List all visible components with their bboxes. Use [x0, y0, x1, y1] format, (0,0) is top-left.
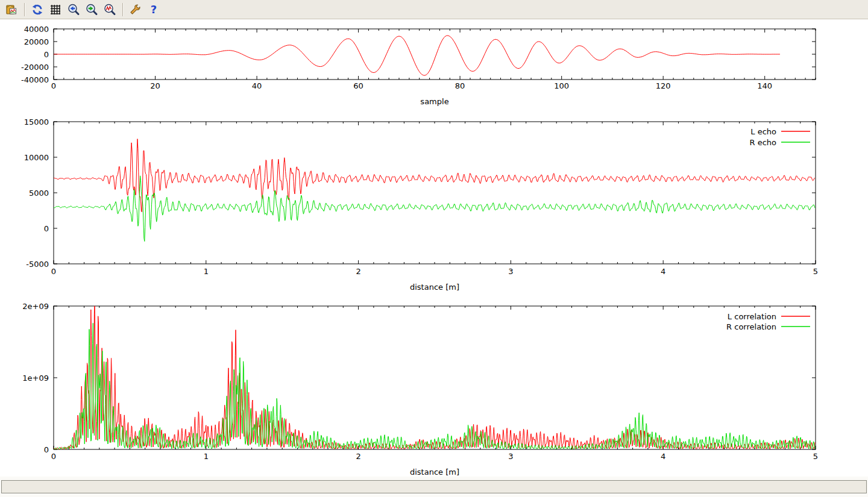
- zoom-autoscale-icon: [103, 3, 116, 16]
- help-button[interactable]: ?: [145, 1, 162, 18]
- refresh-icon: [31, 3, 44, 16]
- y-tick-label: 10000: [24, 153, 49, 162]
- x-tick-label: 60: [353, 81, 363, 90]
- plots-svg[interactable]: 020406080100120140-40000-200000200004000…: [0, 19, 868, 477]
- y-tick-label: -20000: [21, 63, 49, 72]
- copy-plot-icon: [5, 3, 18, 16]
- series-pulse: [54, 36, 780, 75]
- x-tick-label: 2: [356, 267, 360, 276]
- status-field: [1, 480, 867, 493]
- y-tick-label: 2e+09: [22, 302, 49, 311]
- y-tick-label: 5000: [29, 189, 49, 198]
- y-tick-label: -40000: [21, 75, 49, 84]
- plot-pulse[interactable]: 020406080100120140-40000-200000200004000…: [21, 25, 816, 107]
- x-tick-label: 40: [252, 81, 262, 90]
- status-bar: [0, 477, 868, 497]
- toolbar-separator: [24, 3, 25, 16]
- y-tick-label: 1e+09: [22, 374, 49, 383]
- y-tick-label: -5000: [26, 260, 49, 269]
- help-icon: ?: [147, 3, 160, 16]
- x-tick-label: 0: [51, 452, 56, 461]
- x-tick-label: 120: [656, 81, 671, 90]
- x-tick-label: 1: [204, 452, 209, 461]
- legend-correlation: L correlationR correlation: [726, 312, 810, 331]
- y-tick-label: 20000: [24, 37, 49, 46]
- config-wrench-icon: [129, 3, 142, 16]
- replot-button[interactable]: [29, 1, 46, 18]
- x-axis-label-correlation: distance [m]: [410, 467, 459, 477]
- plot-correlation[interactable]: 01234501e+092e+09distance [m]L correlati…: [22, 299, 818, 477]
- x-axis-label-echo: distance [m]: [410, 283, 459, 292]
- legend-label: L echo: [750, 127, 776, 136]
- y-tick-label: 40000: [24, 25, 49, 34]
- gnuplot-window: ? 020406080100120140-40000-2000002000040…: [0, 0, 868, 497]
- series-r-echo: [54, 176, 815, 242]
- zoom-next-icon: [85, 3, 98, 16]
- x-tick-label: 2: [356, 452, 360, 461]
- x-tick-label: 1: [204, 267, 209, 276]
- zoom-next-button[interactable]: [83, 1, 100, 18]
- zoom-previous-button[interactable]: [65, 1, 82, 18]
- copy-to-clipboard-button[interactable]: [3, 1, 20, 18]
- x-tick-label: 5: [813, 267, 818, 276]
- x-tick-label: 0: [51, 267, 56, 276]
- axes-echo: [54, 122, 816, 264]
- svg-text:?: ?: [151, 3, 157, 16]
- x-tick-label: 5: [813, 452, 818, 461]
- grid-icon: [49, 3, 62, 16]
- y-tick-label: 0: [44, 224, 49, 233]
- legend-label: R correlation: [726, 322, 776, 331]
- series-r-correlation: [54, 323, 815, 449]
- plot-canvas[interactable]: 020406080100120140-40000-200000200004000…: [0, 19, 868, 477]
- x-tick-label: 140: [757, 81, 772, 90]
- zoom-previous-icon: [67, 3, 80, 16]
- plot-echo[interactable]: 012345-5000050001000015000distance [m]L …: [24, 117, 819, 292]
- y-tick-label: 15000: [24, 117, 49, 127]
- x-tick-label: 80: [455, 81, 465, 90]
- toolbar: ?: [0, 0, 868, 19]
- x-tick-label: 3: [508, 452, 513, 461]
- legend-label: L correlation: [728, 312, 776, 321]
- x-tick-label: 100: [554, 81, 569, 90]
- legend-label: R echo: [749, 138, 776, 147]
- legend-echo: L echoR echo: [749, 127, 810, 147]
- zoom-autoscale-button[interactable]: [101, 1, 118, 18]
- x-tick-label: 4: [661, 267, 665, 276]
- series-l-echo: [54, 139, 815, 212]
- x-tick-label: 20: [150, 81, 160, 90]
- series-l-correlation: [54, 299, 815, 449]
- x-tick-label: 0: [51, 81, 56, 90]
- y-tick-label: 0: [44, 50, 49, 59]
- x-tick-label: 3: [508, 267, 513, 276]
- configure-button[interactable]: [127, 1, 144, 18]
- x-tick-label: 4: [661, 452, 665, 461]
- axes-correlation: [54, 306, 816, 449]
- y-tick-label: 0: [44, 445, 49, 454]
- x-axis-label-pulse: sample: [420, 97, 448, 106]
- toolbar-separator: [122, 3, 123, 16]
- toggle-grid-button[interactable]: [47, 1, 64, 18]
